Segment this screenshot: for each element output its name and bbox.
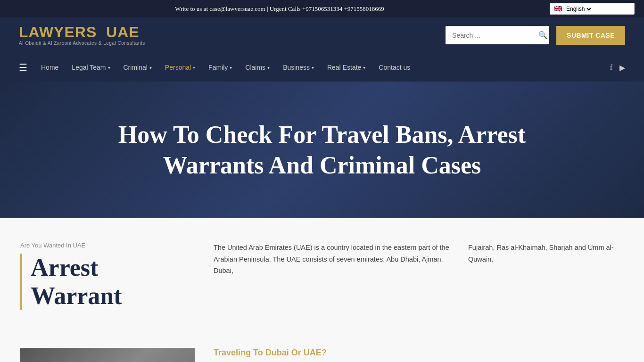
second-grid: Traveling To Dubai Or UAE? [20,348,624,362]
hero-section: How To Check For Travel Bans, Arrest War… [0,82,644,218]
second-right: Traveling To Dubai Or UAE? [214,348,624,362]
logo-part2: UAE [106,24,140,41]
facebook-icon[interactable]: f [610,63,612,72]
paragraph-1: The United Arab Emirates (UAE) is a coun… [214,242,449,277]
hamburger-icon[interactable]: ☰ [19,53,34,82]
chevron-down-icon: ▾ [149,65,152,70]
nav-contact-us[interactable]: Contact us [372,55,417,80]
right-column: Fujairah, Ras al-Khaimah, Sharjah and Um… [468,242,624,310]
chevron-down-icon: ▾ [267,65,270,70]
nav-personal[interactable]: Personal ▾ [158,55,202,80]
flag-icon: 🇬🇧 [554,5,562,13]
site-header: LAWYERS UAE Al Obaidii & Al Zarooni Advo… [0,17,644,53]
right-text: Fujairah, Ras al-Khaimah, Sharjah and Um… [468,242,624,265]
chevron-down-icon: ▾ [108,65,110,70]
top-bar: Write to us at case@lawyersuae.com | Urg… [0,0,644,17]
search-icon: 🔍 [538,31,548,39]
nav-home[interactable]: Home [34,55,65,80]
logo[interactable]: LAWYERS UAE Al Obaidii & Al Zarooni Advo… [19,25,145,46]
nav-family[interactable]: Family ▾ [202,55,239,80]
logo-subtitle: Al Obaidii & Al Zarooni Advocates & Lega… [19,41,145,46]
search-button[interactable]: 🔍 [533,26,549,44]
nav-business[interactable]: Business ▾ [276,55,321,80]
nav-real-estate[interactable]: Real Estate ▾ [321,55,372,80]
hero-title: How To Check For Travel Bans, Arrest War… [110,119,534,181]
chevron-down-icon: ▾ [193,65,195,70]
search-input[interactable] [446,27,533,44]
main-nav: ☰ Home Legal Team ▾ Criminal ▾ Personal … [0,53,644,82]
contact-info: Write to us at case@lawyersuae.com | Urg… [9,5,550,13]
content-grid: Are You Wanted In UAE Arrest Warrant The… [20,242,624,310]
arrest-warrant-box: Arrest Warrant [20,254,195,310]
nav-legal-team[interactable]: Legal Team ▾ [65,55,116,80]
traveling-label: Traveling To Dubai Or UAE? [214,348,624,358]
section-label: Are You Wanted In UAE [20,242,195,249]
arrest-title: Arrest Warrant [31,254,195,310]
nav-items: ☰ Home Legal Team ▾ Criminal ▾ Personal … [19,53,417,82]
article-image [20,348,195,362]
chevron-down-icon: ▾ [363,65,365,70]
contact-text: Write to us at case@lawyersuae.com | Urg… [175,5,384,12]
logo-part1: LAWYERS [19,24,97,41]
middle-column: The United Arab Emirates (UAE) is a coun… [214,242,449,310]
main-content: Are You Wanted In UAE Arrest Warrant The… [0,218,644,334]
search-box: 🔍 [446,26,549,44]
left-column: Are You Wanted In UAE Arrest Warrant [20,242,195,310]
second-section: Traveling To Dubai Or UAE? [0,334,644,362]
chevron-down-icon: ▾ [230,65,232,70]
header-right: 🔍 SUBMIT CASE [446,26,625,45]
social-links: f ▶ [610,63,625,72]
nav-claims[interactable]: Claims ▾ [239,55,276,80]
nav-criminal[interactable]: Criminal ▾ [117,55,158,80]
language-dropdown[interactable]: English Arabic [564,5,593,13]
logo-text: LAWYERS UAE [19,25,145,40]
youtube-icon[interactable]: ▶ [619,63,625,72]
submit-case-button[interactable]: SUBMIT CASE [556,26,625,45]
chevron-down-icon: ▾ [312,65,314,70]
language-selector[interactable]: 🇬🇧 English Arabic [550,3,635,15]
